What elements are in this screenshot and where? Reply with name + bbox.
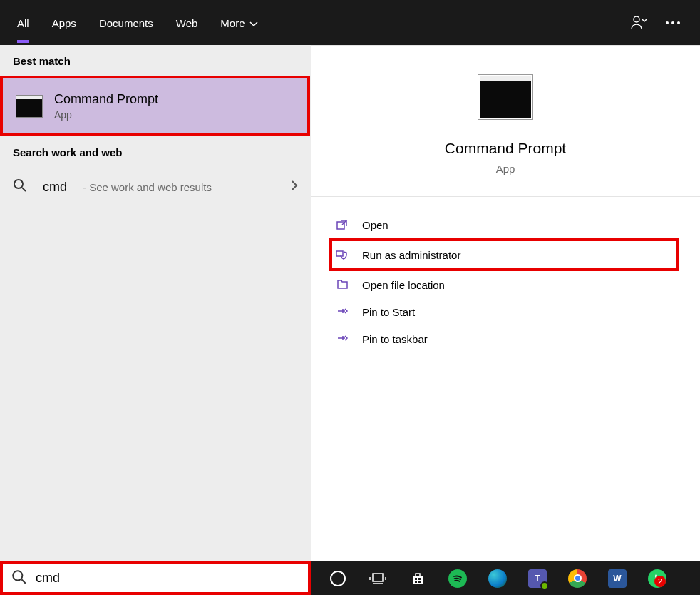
tab-more-label: More (220, 17, 245, 29)
tab-apps[interactable]: Apps (41, 3, 88, 43)
store-icon[interactable] (408, 569, 428, 589)
result-subtitle: App (54, 109, 158, 121)
preview-app-icon (478, 74, 533, 120)
best-match-label: Best match (0, 45, 311, 76)
action-open-location[interactable]: Open file location (311, 271, 700, 298)
topbar: All Apps Documents Web More (0, 0, 700, 45)
notification-badge: 2 (654, 576, 666, 587)
action-pin-start[interactable]: Pin to Start (311, 298, 700, 325)
search-icon (13, 178, 27, 195)
highlight-run-admin: Run as administrator (329, 238, 679, 271)
action-label: Run as administrator (362, 249, 460, 261)
folder-icon (335, 278, 349, 291)
svg-rect-4 (336, 251, 343, 256)
preview-title: Command Prompt (445, 140, 566, 157)
tab-web[interactable]: Web (165, 3, 210, 43)
svg-line-6 (21, 579, 26, 584)
search-input[interactable] (36, 564, 299, 592)
action-label: Open file location (362, 279, 445, 291)
filter-tabs: All Apps Documents Web More (6, 3, 269, 43)
svg-rect-7 (373, 574, 383, 581)
teams-icon[interactable]: T (527, 569, 547, 589)
word-icon[interactable]: W (607, 569, 627, 589)
action-pin-taskbar[interactable]: Pin to taskbar (311, 325, 700, 352)
svg-point-1 (14, 180, 23, 188)
best-match-result[interactable]: Command Prompt App (0, 76, 310, 136)
svg-point-0 (634, 16, 639, 22)
bottom-bar: T W 2 (0, 561, 700, 595)
suggest-hint: - See work and web results (83, 181, 212, 193)
preview-subtitle: App (496, 163, 515, 175)
pin-icon (335, 305, 349, 318)
tab-all[interactable]: All (6, 3, 41, 43)
open-icon (335, 218, 349, 231)
edge-icon[interactable] (488, 569, 508, 589)
chevron-down-icon (249, 17, 258, 29)
command-prompt-icon (16, 95, 43, 118)
taskbar: T W 2 (311, 561, 700, 595)
action-run-admin[interactable]: Run as administrator (332, 241, 676, 268)
actions-list: Open Run as administrator Open file loca… (311, 197, 700, 367)
account-icon[interactable] (630, 15, 647, 31)
svg-rect-11 (415, 578, 417, 580)
suggest-query: cmd (43, 180, 67, 195)
chevron-right-icon (291, 180, 298, 194)
search-box[interactable] (0, 561, 311, 595)
cortana-icon[interactable] (328, 569, 348, 589)
svg-line-2 (22, 188, 26, 191)
topbar-right (630, 15, 694, 31)
action-open[interactable]: Open (311, 211, 700, 238)
svg-point-5 (13, 571, 22, 580)
ellipsis-icon[interactable] (666, 21, 680, 24)
whatsapp-icon[interactable]: 2 (647, 569, 667, 589)
preview-header: Command Prompt App (311, 46, 700, 197)
action-label: Open (362, 219, 388, 231)
results-panel: Best match Command Prompt App Search wor… (0, 45, 311, 561)
result-title: Command Prompt (54, 92, 158, 107)
search-work-web-label: Search work and web (0, 136, 311, 167)
search-icon (11, 569, 27, 588)
tab-more[interactable]: More (209, 3, 269, 43)
svg-rect-13 (415, 581, 417, 583)
pin-icon (335, 332, 349, 345)
svg-rect-14 (418, 581, 421, 583)
preview-panel: Command Prompt App Open Run as administr… (311, 45, 700, 561)
svg-rect-12 (418, 578, 421, 580)
action-label: Pin to Start (362, 306, 415, 318)
spotify-icon[interactable] (448, 569, 468, 589)
shield-icon (335, 248, 349, 261)
web-suggestion[interactable]: cmd - See work and web results (0, 167, 311, 207)
task-view-icon[interactable] (368, 569, 388, 589)
main-area: Best match Command Prompt App Search wor… (0, 45, 700, 561)
chrome-icon[interactable] (567, 569, 587, 589)
action-label: Pin to taskbar (362, 333, 428, 345)
tab-documents[interactable]: Documents (88, 3, 165, 43)
best-match-text: Command Prompt App (54, 92, 158, 121)
